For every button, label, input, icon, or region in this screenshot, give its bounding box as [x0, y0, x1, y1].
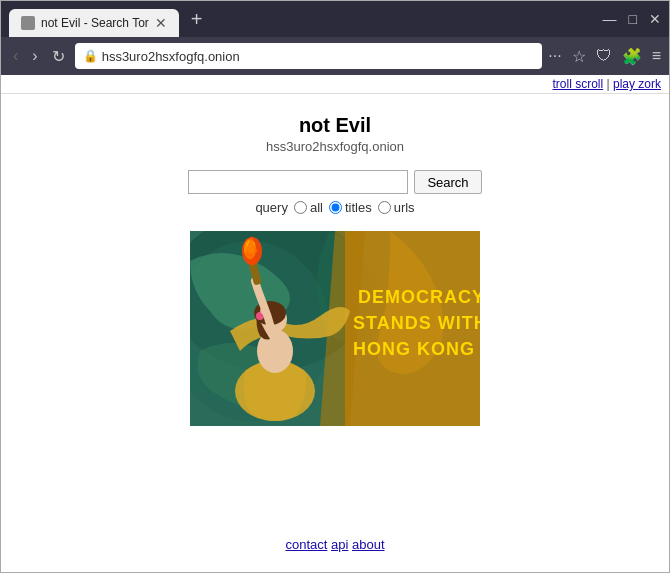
- filter-titles-radio[interactable]: [329, 201, 342, 214]
- tab-favicon: [21, 16, 35, 30]
- more-options-icon[interactable]: ···: [548, 47, 561, 65]
- link-separator: |: [603, 77, 613, 91]
- search-options: query all titles urls: [255, 200, 414, 215]
- top-links-bar: troll scroll | play zork: [1, 75, 669, 94]
- footer: contact api about: [285, 521, 384, 572]
- bookmark-icon[interactable]: ☆: [572, 47, 586, 66]
- troll-scroll-link[interactable]: troll scroll: [553, 77, 604, 91]
- close-button[interactable]: ✕: [649, 11, 661, 27]
- search-input[interactable]: [188, 170, 408, 194]
- poster-svg: DEMOCRACY STANDS WITH HONG KONG: [190, 231, 480, 426]
- browser-window: not Evil - Search Tor ✕ + — □ ✕ ‹ › ↻ 🔒 …: [0, 0, 670, 573]
- address-bar[interactable]: 🔒 hss3uro2hsxfogfq.onion: [75, 43, 543, 69]
- svg-text:DEMOCRACY: DEMOCRACY: [358, 287, 480, 307]
- lock-icon: 🔒: [83, 49, 98, 63]
- tab-close-button[interactable]: ✕: [155, 16, 167, 30]
- api-link[interactable]: api: [331, 537, 348, 552]
- poster-image: DEMOCRACY STANDS WITH HONG KONG: [190, 231, 480, 426]
- svg-text:HONG KONG: HONG KONG: [353, 339, 475, 359]
- tab-bar: not Evil - Search Tor ✕ +: [9, 1, 603, 37]
- search-button[interactable]: Search: [414, 170, 481, 194]
- browser-tab[interactable]: not Evil - Search Tor ✕: [9, 9, 179, 37]
- filter-urls-radio[interactable]: [378, 201, 391, 214]
- url-text: hss3uro2hsxfogfq.onion: [102, 49, 535, 64]
- site-title: not Evil: [299, 114, 371, 137]
- filter-urls-label[interactable]: urls: [378, 200, 415, 215]
- maximize-button[interactable]: □: [629, 11, 637, 27]
- filter-all-label[interactable]: all: [294, 200, 323, 215]
- content-area: not Evil hss3uro2hsxfogfq.onion Search q…: [1, 94, 669, 572]
- new-tab-button[interactable]: +: [183, 9, 211, 29]
- title-bar: not Evil - Search Tor ✕ + — □ ✕: [1, 1, 669, 37]
- extensions-icon[interactable]: 🧩: [622, 47, 642, 66]
- nav-right-icons: ··· ☆ 🛡 🧩 ≡: [548, 47, 661, 66]
- contact-link[interactable]: contact: [285, 537, 327, 552]
- query-label: query: [255, 200, 288, 215]
- menu-icon[interactable]: ≡: [652, 47, 661, 65]
- refresh-button[interactable]: ↻: [48, 45, 69, 68]
- search-form: Search: [188, 170, 481, 194]
- minimize-button[interactable]: —: [603, 11, 617, 27]
- about-link[interactable]: about: [352, 537, 385, 552]
- nav-bar: ‹ › ↻ 🔒 hss3uro2hsxfogfq.onion ··· ☆ 🛡 🧩…: [1, 37, 669, 75]
- tab-title: not Evil - Search Tor: [41, 16, 149, 30]
- svg-text:STANDS WITH: STANDS WITH: [353, 313, 480, 333]
- shield-icon[interactable]: 🛡: [596, 47, 612, 65]
- site-subtitle: hss3uro2hsxfogfq.onion: [266, 139, 404, 154]
- window-controls: — □ ✕: [603, 11, 661, 27]
- filter-titles-label[interactable]: titles: [329, 200, 372, 215]
- forward-button[interactable]: ›: [28, 45, 41, 67]
- play-zork-link[interactable]: play zork: [613, 77, 661, 91]
- back-button[interactable]: ‹: [9, 45, 22, 67]
- filter-all-radio[interactable]: [294, 201, 307, 214]
